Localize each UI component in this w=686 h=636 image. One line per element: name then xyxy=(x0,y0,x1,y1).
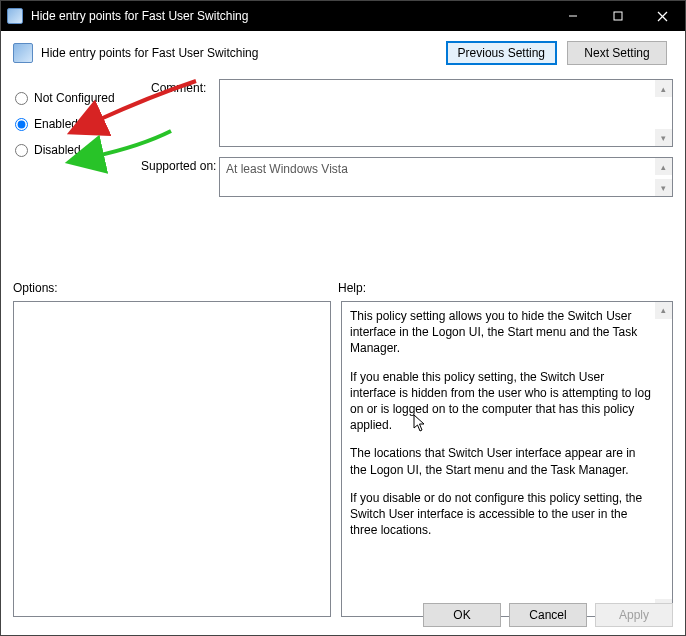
cancel-button[interactable]: Cancel xyxy=(509,603,587,627)
window-titlebar: Hide entry points for Fast User Switchin… xyxy=(1,1,685,31)
options-label: Options: xyxy=(13,281,338,295)
comment-textbox[interactable]: ▴ ▾ xyxy=(219,79,673,147)
supported-on-value: At least Windows Vista xyxy=(226,162,348,176)
help-pane: This policy setting allows you to hide t… xyxy=(341,301,673,617)
scroll-up-icon[interactable]: ▴ xyxy=(655,158,672,175)
maximize-button[interactable] xyxy=(595,1,640,31)
ok-button[interactable]: OK xyxy=(423,603,501,627)
policy-icon xyxy=(13,43,33,63)
next-setting-button[interactable]: Next Setting xyxy=(567,41,667,65)
configuration-area: Not Configured Enabled Disabled Comment:… xyxy=(1,69,685,163)
supported-on-label: Supported on: xyxy=(141,159,216,173)
previous-setting-button[interactable]: Previous Setting xyxy=(446,41,557,65)
detail-panes: This policy setting allows you to hide t… xyxy=(1,295,685,617)
close-button[interactable] xyxy=(640,1,685,31)
apply-button[interactable]: Apply xyxy=(595,603,673,627)
supported-on-textbox: At least Windows Vista ▴ ▾ xyxy=(219,157,673,197)
policy-icon xyxy=(7,8,23,24)
radio-enabled-label: Enabled xyxy=(34,117,78,131)
radio-disabled-input[interactable] xyxy=(15,144,28,157)
comment-label: Comment: xyxy=(151,81,206,95)
scroll-up-icon[interactable]: ▴ xyxy=(655,302,672,319)
radio-enabled[interactable]: Enabled xyxy=(13,111,213,137)
pane-labels: Options: Help: xyxy=(1,281,685,295)
radio-not-configured-input[interactable] xyxy=(15,92,28,105)
scroll-down-icon[interactable]: ▾ xyxy=(655,179,672,196)
scroll-down-icon[interactable]: ▾ xyxy=(655,129,672,146)
radio-not-configured-label: Not Configured xyxy=(34,91,115,105)
svg-rect-1 xyxy=(614,12,622,20)
help-paragraph: If you disable or do not configure this … xyxy=(350,490,652,539)
help-paragraph: The locations that Switch User interface… xyxy=(350,445,652,477)
help-paragraph: If you enable this policy setting, the S… xyxy=(350,369,652,434)
dialog-buttons: OK Cancel Apply xyxy=(423,603,673,627)
help-paragraph: This policy setting allows you to hide t… xyxy=(350,308,652,357)
window-title: Hide entry points for Fast User Switchin… xyxy=(31,9,550,23)
scroll-up-icon[interactable]: ▴ xyxy=(655,80,672,97)
header-row: Hide entry points for Fast User Switchin… xyxy=(1,31,685,69)
help-label: Help: xyxy=(338,281,366,295)
radio-disabled-label: Disabled xyxy=(34,143,81,157)
minimize-button[interactable] xyxy=(550,1,595,31)
options-pane xyxy=(13,301,331,617)
policy-name: Hide entry points for Fast User Switchin… xyxy=(41,46,446,60)
radio-enabled-input[interactable] xyxy=(15,118,28,131)
